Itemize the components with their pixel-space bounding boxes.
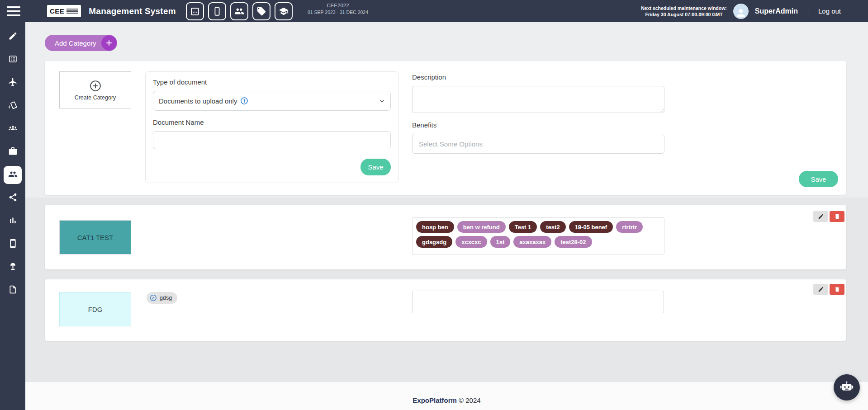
- top-header: CEE Management System CEE2022 01 SEP 202: [0, 0, 868, 22]
- type-of-document-label: Type of document: [153, 78, 391, 86]
- robot-icon: [840, 380, 854, 395]
- benefit-tag[interactable]: axaxaxax: [513, 236, 551, 248]
- delete-button[interactable]: [830, 211, 844, 222]
- app-title: Management System: [89, 6, 175, 16]
- page: CEE Management System CEE2022 01 SEP 202: [0, 0, 868, 410]
- user-name[interactable]: SuperAdmin: [755, 7, 798, 15]
- document-chip-label: gdsg: [160, 295, 172, 301]
- plus-circle-icon: [89, 80, 102, 92]
- sidebar-item-documents[interactable]: [4, 281, 22, 299]
- pencil-icon: [818, 286, 824, 292]
- benefits-select-input[interactable]: [412, 134, 664, 154]
- document-save-button[interactable]: Save: [360, 159, 391, 175]
- category-name: FDG: [88, 306, 103, 313]
- maintenance-line1: Next scheduled maintenance window:: [641, 5, 727, 11]
- create-category-label: Create Category: [75, 94, 116, 101]
- type-of-document-value: Documents to upload only: [159, 97, 237, 105]
- sidebar-item-share[interactable]: [4, 189, 22, 207]
- smartphone-icon[interactable]: [208, 2, 226, 20]
- category-row-cat1-test: CAT1 TEST hosp ben ben w refund Test 1 t…: [45, 205, 846, 269]
- row-actions: [813, 211, 844, 222]
- pencil-icon: [818, 213, 824, 220]
- user-group-icon: [8, 123, 18, 135]
- sidebar-item-forms[interactable]: [4, 51, 22, 69]
- trash-icon: [834, 286, 840, 292]
- tags-icon: [8, 100, 18, 112]
- edit-button[interactable]: [813, 211, 828, 222]
- people-icon[interactable]: [230, 2, 248, 20]
- benefit-tag[interactable]: test2: [540, 221, 565, 233]
- row-benefits-input[interactable]: [412, 291, 664, 313]
- benefit-tag[interactable]: 19-05 benef: [569, 221, 613, 233]
- chevron-down-icon: [378, 97, 386, 105]
- delete-button[interactable]: [830, 284, 844, 295]
- sidebar-item-edit[interactable]: [4, 28, 22, 46]
- benefit-tag[interactable]: xcxcxc: [455, 236, 487, 248]
- benefit-tag[interactable]: 1st: [490, 236, 511, 248]
- benefit-tag[interactable]: Test 1: [509, 221, 537, 233]
- brand-logo-text: CEE: [50, 7, 64, 15]
- brand-logo[interactable]: CEE: [47, 5, 81, 17]
- benefit-tag[interactable]: test28-02: [555, 236, 592, 248]
- footer: ExpoPlatform © 2024: [25, 396, 868, 404]
- benefit-tag[interactable]: rtrtrtr: [616, 221, 643, 233]
- event-name: CEE2022: [302, 2, 374, 9]
- upload-info-icon: [240, 97, 248, 105]
- header-right: Next scheduled maintenance window: Frida…: [641, 4, 841, 19]
- pencil-icon: [8, 31, 18, 42]
- share-icon: [8, 193, 18, 204]
- benefit-tag[interactable]: gdsgsdg: [416, 236, 452, 248]
- brand-logo-fineprint: [66, 9, 78, 14]
- sidebar-item-awards[interactable]: [4, 258, 22, 276]
- category-tile[interactable]: FDG: [59, 292, 131, 326]
- benefit-tag[interactable]: ben w refund: [457, 221, 506, 233]
- edit-button[interactable]: [813, 284, 828, 295]
- hamburger-menu-icon[interactable]: [7, 6, 20, 16]
- benefit-tag[interactable]: hosp ben: [416, 221, 454, 233]
- maintenance-notice: Next scheduled maintenance window: Frida…: [641, 5, 727, 18]
- people-icon: [8, 170, 18, 181]
- sidebar-item-attendees-active[interactable]: [4, 166, 22, 184]
- benefit-tags-box[interactable]: hosp ben ben w refund Test 1 test2 19-05…: [412, 217, 664, 255]
- footer-copyright: © 2024: [459, 396, 481, 404]
- category-row-fdg: FDG gdsg: [45, 279, 846, 341]
- airplane-icon: [8, 77, 18, 89]
- document-form-panel: Type of document Documents to upload onl…: [145, 71, 398, 183]
- category-tile[interactable]: CAT1 TEST: [59, 220, 131, 254]
- header-divider: [808, 5, 808, 17]
- logout-button[interactable]: Log out: [818, 7, 841, 15]
- avatar[interactable]: [733, 4, 749, 19]
- description-textarea[interactable]: [412, 86, 664, 113]
- sidebar-item-briefcase[interactable]: [4, 143, 22, 161]
- benefits-label: Benefits: [412, 121, 436, 129]
- sidebar-item-travel[interactable]: [4, 74, 22, 92]
- bar-chart-icon: [8, 216, 18, 227]
- graduation-cap-icon[interactable]: [275, 2, 293, 20]
- row-actions: [813, 284, 844, 295]
- header-nav: [186, 2, 293, 20]
- trash-icon: [834, 213, 840, 220]
- document-chip[interactable]: gdsg: [147, 292, 177, 304]
- document-name-input[interactable]: [153, 131, 391, 149]
- list-icon: [8, 54, 18, 66]
- calendar-icon[interactable]: [186, 2, 204, 20]
- document-name-label: Document Name: [153, 118, 391, 126]
- add-category-label: Add Category: [55, 39, 96, 47]
- chatbot-button[interactable]: [834, 374, 860, 401]
- category-save-button[interactable]: Save: [799, 171, 838, 187]
- sidebar-item-analytics[interactable]: [4, 212, 22, 230]
- description-label: Description: [412, 73, 446, 81]
- sidebar-item-mobile-app[interactable]: [4, 235, 22, 253]
- add-category-button[interactable]: Add Category: [45, 35, 117, 51]
- tag-icon[interactable]: [252, 2, 270, 20]
- type-of-document-select[interactable]: Documents to upload only: [153, 91, 391, 111]
- file-icon: [8, 285, 18, 296]
- maintenance-line2: Friday 30 August 07:00-09:00 GMT: [641, 11, 727, 18]
- sidebar-item-tags[interactable]: [4, 97, 22, 115]
- briefcase-icon: [8, 146, 18, 158]
- sidebar-item-user-group[interactable]: [4, 120, 22, 138]
- trophy-icon: [8, 262, 18, 273]
- event-dates: 01 SEP 2023 - 31 DEC 2024: [302, 9, 374, 15]
- sidebar: [0, 22, 25, 410]
- create-category-tile[interactable]: Create Category: [59, 71, 131, 108]
